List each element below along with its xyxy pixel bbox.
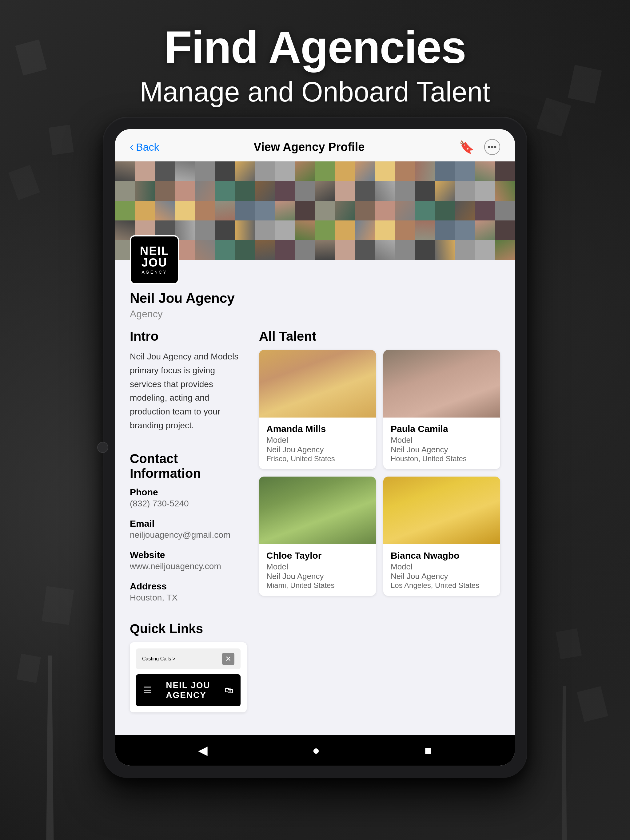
talent-info-2: Chloe Taylor Model Neil Jou Agency Miami… bbox=[259, 544, 376, 596]
hero-section: Find Agencies Manage and Onboard Talent bbox=[0, 25, 630, 108]
quick-links-section: Quick Links Casting Calls > ✕ bbox=[130, 621, 247, 712]
profile-section: NEIL JOU AGENCY Neil Jou Agency Agency bbox=[115, 260, 515, 735]
person-silhouette-3 bbox=[383, 477, 500, 544]
phone-label: Phone bbox=[130, 487, 247, 497]
app-content: ‹ Back View Agency Profile 🔖 ••• bbox=[115, 129, 515, 735]
talent-photo-2 bbox=[259, 477, 376, 544]
website-value: www.neiljouagency.com bbox=[130, 561, 247, 571]
agency-logo: NEIL JOU AGENCY bbox=[130, 235, 179, 284]
talent-card-1[interactable]: Paula Camila Model Neil Jou Agency Houst… bbox=[383, 350, 500, 469]
address-value: Houston, TX bbox=[130, 593, 247, 603]
talent-photo-bg-0 bbox=[259, 350, 376, 418]
talent-name-0: Amanda Mills bbox=[266, 424, 369, 434]
casting-footer: ☰ NEIL JOUAGENCY 🛍 bbox=[136, 674, 241, 706]
hero-title: Find Agencies bbox=[0, 25, 630, 70]
back-chevron-icon: ‹ bbox=[130, 141, 133, 153]
talent-photo-1 bbox=[383, 350, 500, 418]
home-nav-icon[interactable]: ● bbox=[312, 744, 320, 757]
talent-info-3: Bianca Nwagbo Model Neil Jou Agency Los … bbox=[383, 544, 500, 596]
address-label: Address bbox=[130, 581, 247, 592]
talent-location-0: Frisco, United States bbox=[266, 455, 369, 463]
person-silhouette-1 bbox=[383, 350, 500, 418]
right-column: All Talent Amanda Mills Model Neil Jou A… bbox=[259, 329, 500, 718]
tablet-nav-bar: ◀ ● ■ bbox=[115, 735, 515, 766]
hamburger-icon[interactable]: ☰ bbox=[143, 685, 152, 695]
recent-nav-icon[interactable]: ■ bbox=[424, 744, 432, 757]
nav-actions: 🔖 ••• bbox=[459, 139, 500, 155]
talent-location-3: Los Angeles, United States bbox=[391, 581, 493, 590]
hero-subtitle: Manage and Onboard Talent bbox=[0, 76, 630, 108]
back-label: Back bbox=[136, 141, 159, 153]
tablet-camera bbox=[97, 442, 108, 453]
talent-agency-1: Neil Jou Agency bbox=[391, 445, 493, 455]
agency-name: Neil Jou Agency bbox=[130, 291, 500, 306]
talent-card-2[interactable]: Chloe Taylor Model Neil Jou Agency Miami… bbox=[259, 477, 376, 596]
talent-photo-bg-2 bbox=[259, 477, 376, 544]
talent-agency-2: Neil Jou Agency bbox=[266, 572, 369, 581]
website-label: Website bbox=[130, 550, 247, 560]
tablet-frame: ‹ Back View Agency Profile 🔖 ••• bbox=[103, 117, 527, 778]
phone-value: (832) 730-5240 bbox=[130, 499, 247, 508]
nav-bar: ‹ Back View Agency Profile 🔖 ••• bbox=[115, 129, 515, 161]
talent-role-1: Model bbox=[391, 435, 493, 445]
tablet-device: ‹ Back View Agency Profile 🔖 ••• bbox=[103, 117, 527, 778]
talent-photo-bg-1 bbox=[383, 350, 500, 418]
divider-2 bbox=[130, 615, 247, 615]
talent-grid: Amanda Mills Model Neil Jou Agency Frisc… bbox=[259, 350, 500, 596]
contact-section: Contact Information Phone (832) 730-5240… bbox=[130, 452, 247, 603]
address-item: Address Houston, TX bbox=[130, 581, 247, 603]
main-content: Intro Neil Jou Agency and Models primary… bbox=[115, 329, 515, 731]
bookmark-icon[interactable]: 🔖 bbox=[459, 140, 474, 154]
casting-footer-logo: NEIL JOUAGENCY bbox=[166, 681, 211, 700]
email-value: neiljouagency@gmail.com bbox=[130, 530, 247, 540]
talent-card-0[interactable]: Amanda Mills Model Neil Jou Agency Frisc… bbox=[259, 350, 376, 469]
talent-photo-bg-3 bbox=[383, 477, 500, 544]
email-label: Email bbox=[130, 518, 247, 529]
person-silhouette-2 bbox=[259, 477, 376, 544]
talent-role-0: Model bbox=[266, 435, 369, 445]
more-options-button[interactable]: ••• bbox=[484, 139, 500, 155]
intro-title: Intro bbox=[130, 329, 247, 344]
person-silhouette-0 bbox=[259, 350, 376, 418]
talent-info-0: Amanda Mills Model Neil Jou Agency Frisc… bbox=[259, 418, 376, 469]
logo-line1: NEIL bbox=[140, 245, 169, 257]
agency-type: Agency bbox=[130, 308, 500, 320]
quick-links-title: Quick Links bbox=[130, 621, 247, 636]
casting-close-button[interactable]: ✕ bbox=[222, 653, 234, 665]
bag-icon: 🛍 bbox=[225, 685, 233, 695]
email-item: Email neiljouagency@gmail.com bbox=[130, 518, 247, 540]
website-item: Website www.neiljouagency.com bbox=[130, 550, 247, 571]
talent-name-3: Bianca Nwagbo bbox=[391, 550, 493, 561]
casting-calls-text: Casting Calls > bbox=[142, 656, 175, 662]
intro-section: Intro Neil Jou Agency and Models primary… bbox=[130, 329, 247, 433]
tablet-screen: ‹ Back View Agency Profile 🔖 ••• bbox=[115, 129, 515, 766]
talent-section-title: All Talent bbox=[259, 329, 500, 344]
close-icon: ✕ bbox=[225, 655, 231, 663]
casting-overlay: Casting Calls > ✕ ☰ NEIL JOUAGENCY 🛍 bbox=[130, 642, 247, 712]
more-dots-icon: ••• bbox=[488, 142, 497, 152]
talent-photo-3 bbox=[383, 477, 500, 544]
phone-item: Phone (832) 730-5240 bbox=[130, 487, 247, 508]
talent-location-1: Houston, United States bbox=[391, 455, 493, 463]
talent-info-1: Paula Camila Model Neil Jou Agency Houst… bbox=[383, 418, 500, 469]
back-nav-icon[interactable]: ◀ bbox=[198, 743, 207, 757]
talent-name-1: Paula Camila bbox=[391, 424, 493, 434]
left-column: Intro Neil Jou Agency and Models primary… bbox=[130, 329, 259, 718]
talent-role-3: Model bbox=[391, 562, 493, 572]
nav-title: View Agency Profile bbox=[253, 141, 364, 154]
casting-calls-bar[interactable]: Casting Calls > ✕ bbox=[136, 649, 241, 669]
logo-line3: AGENCY bbox=[141, 270, 167, 275]
logo-line2: JOU bbox=[141, 257, 167, 268]
talent-card-3[interactable]: Bianca Nwagbo Model Neil Jou Agency Los … bbox=[383, 477, 500, 596]
back-button[interactable]: ‹ Back bbox=[130, 141, 159, 153]
talent-location-2: Miami, United States bbox=[266, 581, 369, 590]
talent-agency-3: Neil Jou Agency bbox=[391, 572, 493, 581]
talent-photo-0 bbox=[259, 350, 376, 418]
talent-name-2: Chloe Taylor bbox=[266, 550, 369, 561]
talent-role-2: Model bbox=[266, 562, 369, 572]
contact-title: Contact Information bbox=[130, 452, 247, 481]
intro-text: Neil Jou Agency and Models primary focus… bbox=[130, 350, 247, 433]
talent-agency-0: Neil Jou Agency bbox=[266, 445, 369, 455]
